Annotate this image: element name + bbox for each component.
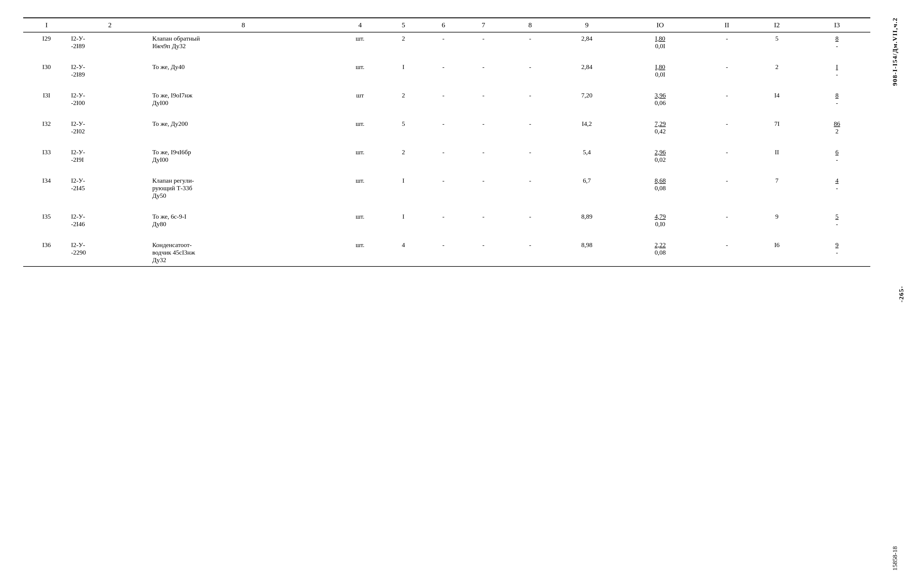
table-cell: II — [750, 146, 803, 166]
table-cell: - — [464, 174, 504, 202]
table-cell: - — [704, 61, 750, 81]
table-cell: - — [464, 118, 504, 137]
header-col7: 7 — [464, 18, 504, 32]
table-cell: 5 — [383, 118, 423, 137]
table-cell: - — [704, 211, 750, 230]
table-cell: - — [704, 32, 750, 52]
table-cell: I32 — [23, 118, 70, 137]
spacer-row — [23, 230, 870, 239]
table-cell: 2 — [383, 146, 423, 166]
table-cell: 2,84 — [557, 32, 617, 52]
table-cell: 7,290,42 — [617, 118, 704, 137]
table-cell: 7I — [750, 118, 803, 137]
spacer-row — [23, 137, 870, 146]
table-cell: I30 — [23, 61, 70, 81]
spacer-row — [23, 202, 870, 211]
table-cell: I4 — [750, 89, 803, 109]
table-cell: То же, Ду200 — [150, 118, 336, 137]
table-header-row: I 2 8 4 5 6 7 8 9 IO II I2 I3 — [23, 18, 870, 32]
table-cell: I — [383, 211, 423, 230]
header-col12: I2 — [750, 18, 803, 32]
table-cell: 2,84 — [557, 61, 617, 81]
header-col5: 5 — [383, 18, 423, 32]
side-mid-label: -265- — [898, 285, 905, 303]
table-cell: 8- — [803, 89, 870, 109]
table-row: I30I2-У--2I89То же, Ду40шт.I---2,84I,800… — [23, 61, 870, 81]
table-cell: - — [423, 118, 463, 137]
main-content: I 2 8 4 5 6 7 8 9 IO II I2 I3 I29I2-У--2… — [0, 0, 882, 588]
table-cell: I2-У--2I89 — [70, 32, 150, 52]
table-cell: 3,960,06 — [617, 89, 704, 109]
table-cell: - — [704, 239, 750, 266]
table-cell: - — [504, 118, 557, 137]
table-cell: Клапан регули-рующий Т-33бДу50 — [150, 174, 336, 202]
table-cell: - — [423, 61, 463, 81]
table-cell: - — [423, 89, 463, 109]
table-cell: 5 — [750, 32, 803, 52]
table-cell: I- — [803, 61, 870, 81]
table-cell: шт. — [336, 239, 383, 266]
spacer-row — [23, 109, 870, 118]
table-cell: 8,98 — [557, 239, 617, 266]
table-cell: - — [423, 146, 463, 166]
table-cell: - — [704, 174, 750, 202]
table-cell: I35 — [23, 211, 70, 230]
table-cell: шт. — [336, 146, 383, 166]
header-col10: IO — [617, 18, 704, 32]
spacer-row — [23, 166, 870, 174]
table-cell: - — [464, 146, 504, 166]
table-cell: То же, Ду40 — [150, 61, 336, 81]
table-cell: 2,220,08 — [617, 239, 704, 266]
table-cell: I2-У--2I45 — [70, 174, 150, 202]
table-row: I36I2-У--2290Конденсатоот-водчик 45сI3нж… — [23, 239, 870, 266]
table-cell: 5,4 — [557, 146, 617, 166]
header-col6: 6 — [423, 18, 463, 32]
table-cell: I2-У--2I46 — [70, 211, 150, 230]
table-cell: - — [504, 174, 557, 202]
table-cell: - — [423, 32, 463, 52]
table-cell: 6- — [803, 146, 870, 166]
table-cell: 9- — [803, 239, 870, 266]
table-cell: 7 — [750, 174, 803, 202]
table-row: I3II2-У--2I00То же, I9оI7нжДуI00шт2---7,… — [23, 89, 870, 109]
table-cell: 7,20 — [557, 89, 617, 109]
table-cell: - — [504, 89, 557, 109]
table-cell: I2-У--2I02 — [70, 118, 150, 137]
table-cell: 8,680,08 — [617, 174, 704, 202]
table-cell: 4- — [803, 174, 870, 202]
table-cell: 2 — [383, 32, 423, 52]
table-cell: I — [383, 174, 423, 202]
header-col1: I — [23, 18, 70, 32]
table-cell: I,800,0I — [617, 32, 704, 52]
table-cell: I34 — [23, 174, 70, 202]
table-cell: шт. — [336, 32, 383, 52]
table-cell: - — [704, 89, 750, 109]
header-col4: 4 — [336, 18, 383, 32]
table-cell: 2,960,02 — [617, 146, 704, 166]
header-col9: 9 — [557, 18, 617, 32]
table-cell: I29 — [23, 32, 70, 52]
header-col2: 2 — [70, 18, 150, 32]
table-cell: шт. — [336, 211, 383, 230]
table-cell: I2-У--2I00 — [70, 89, 150, 109]
table-cell: 8,89 — [557, 211, 617, 230]
table-cell: 8- — [803, 32, 870, 52]
table-cell: I — [383, 61, 423, 81]
table-row: I34I2-У--2I45Клапан регули-рующий Т-33бД… — [23, 174, 870, 202]
table-cell: шт — [336, 89, 383, 109]
table-cell: Конденсатоот-водчик 45сI3нжДу32 — [150, 239, 336, 266]
table-cell: 5- — [803, 211, 870, 230]
table-row: I32I2-У--2I02То же, Ду200шт.5---I4,27,29… — [23, 118, 870, 137]
side-bottom-label: 15858-18 — [891, 546, 899, 570]
table-cell: То же, I9оI7нжДуI00 — [150, 89, 336, 109]
table-cell: - — [504, 61, 557, 81]
table-cell: 6,7 — [557, 174, 617, 202]
table-cell: I,800,0I — [617, 61, 704, 81]
header-col11: II — [704, 18, 750, 32]
table-row: I35I2-У--2I46То же, 6с-9-IДу80шт.I---8,8… — [23, 211, 870, 230]
table-cell: 9 — [750, 211, 803, 230]
table-cell: - — [464, 89, 504, 109]
side-top-label: 908-I-I54/Дм.VII,ч.2 — [891, 18, 899, 86]
table-cell: 2 — [383, 89, 423, 109]
table-cell: шт. — [336, 61, 383, 81]
